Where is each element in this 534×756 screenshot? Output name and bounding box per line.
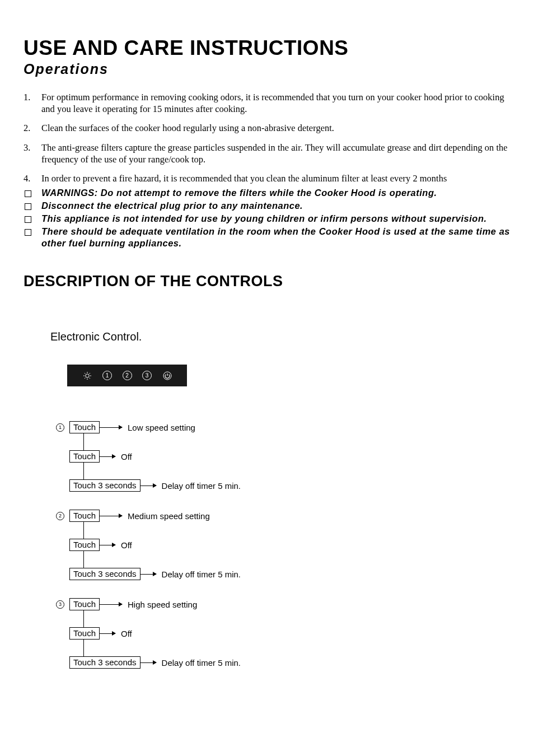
svg-line-8 xyxy=(89,373,90,374)
flow-group-1: 1 Touch Low speed setting Touch Off Touc… xyxy=(57,421,510,492)
control-flows: 1 Touch Low speed setting Touch Off Touc… xyxy=(57,421,510,669)
arrow-icon xyxy=(140,486,156,486)
list-number: 3. xyxy=(24,142,41,165)
warning-item: There should be adequate ventilation in … xyxy=(24,226,510,249)
warning-item: WARNINGS: Do not attempt to remove the f… xyxy=(24,187,510,200)
checkbox-icon xyxy=(24,226,41,249)
result-text: Medium speed setting xyxy=(128,511,210,521)
svg-line-7 xyxy=(85,377,85,378)
page-title: USE AND CARE INSTRUCTIONS xyxy=(24,36,510,60)
flow-number-icon: 2 xyxy=(56,512,64,520)
flow-number-icon: 1 xyxy=(56,423,64,432)
action-box: Touch xyxy=(69,627,100,640)
arrow-icon xyxy=(100,545,115,545)
result-text: Off xyxy=(121,629,132,638)
flow-row: Touch 3 seconds Delay off timer 5 min. xyxy=(57,568,510,580)
list-text: For optimum performance in removing cook… xyxy=(41,92,510,115)
flow-row: 1 Touch Low speed setting xyxy=(57,421,510,433)
connector-line xyxy=(83,463,96,479)
control-panel: 1 2 3 xyxy=(67,365,187,386)
connector-line xyxy=(83,522,96,539)
arrow-icon xyxy=(100,633,115,634)
action-box: Touch 3 seconds xyxy=(69,568,140,580)
list-number: 4. xyxy=(24,173,41,185)
list-number: 2. xyxy=(24,123,41,134)
result-text: Low speed setting xyxy=(128,423,195,432)
flow-row: Touch Off xyxy=(57,539,510,551)
speed-3-button: 3 xyxy=(142,371,152,380)
warning-item: This appliance is not intended for use b… xyxy=(24,213,510,226)
action-box: Touch 3 seconds xyxy=(69,479,140,492)
svg-line-5 xyxy=(85,373,85,374)
speed-2-button: 2 xyxy=(123,371,132,380)
flow-row: Touch 3 seconds Delay off timer 5 min. xyxy=(57,479,510,492)
list-number: 1. xyxy=(24,92,41,115)
action-box: Touch xyxy=(69,450,100,463)
result-text: Delay off timer 5 min. xyxy=(162,481,241,491)
flow-row: 3 Touch High speed setting xyxy=(57,598,510,610)
list-text: The anti-grease filters capture the grea… xyxy=(41,142,510,165)
flow-number-icon: 3 xyxy=(56,600,64,609)
power-icon xyxy=(162,371,172,381)
result-text: Off xyxy=(121,452,132,461)
result-text: Delay off timer 5 min. xyxy=(162,658,241,668)
checkbox-icon xyxy=(24,213,41,226)
action-box: Touch xyxy=(69,598,100,610)
connector-line xyxy=(83,551,96,568)
warning-item: Disconnect the electrical plug prior to … xyxy=(24,200,510,213)
arrow-icon xyxy=(100,516,122,516)
arrow-icon xyxy=(140,574,156,575)
result-text: Off xyxy=(121,540,132,550)
speed-1-button: 1 xyxy=(102,371,112,380)
result-text: High speed setting xyxy=(128,600,197,609)
connector-line xyxy=(83,433,96,450)
svg-point-0 xyxy=(85,374,88,377)
arrow-icon xyxy=(100,604,122,605)
warning-text: WARNINGS: Do not attempt to remove the f… xyxy=(41,187,437,200)
list-text: In order to prevent a fire hazard, it is… xyxy=(41,173,447,185)
checkbox-icon xyxy=(24,200,41,213)
flow-row: Touch 3 seconds Delay off timer 5 min. xyxy=(57,656,510,669)
action-box: Touch xyxy=(69,421,100,433)
page-subtitle: Operations xyxy=(24,61,510,77)
list-item: 3. The anti-grease filters capture the g… xyxy=(24,142,510,165)
warnings-list: WARNINGS: Do not attempt to remove the f… xyxy=(24,187,510,250)
action-box: Touch 3 seconds xyxy=(69,656,140,669)
list-text: Clean the surfaces of the cooker hood re… xyxy=(41,123,334,134)
action-box: Touch xyxy=(69,510,100,522)
warning-text: This appliance is not intended for use b… xyxy=(41,213,487,226)
connector-line xyxy=(83,610,96,627)
connector-line xyxy=(83,640,96,656)
result-text: Delay off timer 5 min. xyxy=(162,570,241,579)
light-icon xyxy=(82,371,92,381)
list-item: 2. Clean the surfaces of the cooker hood… xyxy=(24,123,510,134)
flow-row: Touch Off xyxy=(57,627,510,640)
list-item: 4. In order to prevent a fire hazard, it… xyxy=(24,173,510,185)
flow-row: Touch Off xyxy=(57,450,510,463)
flow-group-3: 3 Touch High speed setting Touch Off Tou… xyxy=(57,598,510,669)
checkbox-icon xyxy=(24,187,41,200)
warning-text: Disconnect the electrical plug prior to … xyxy=(41,200,303,213)
electronic-control-label: Electronic Control. xyxy=(50,330,510,343)
flow-row: 2 Touch Medium speed setting xyxy=(57,510,510,522)
warning-text: There should be adequate ventilation in … xyxy=(41,226,510,249)
flow-group-2: 2 Touch Medium speed setting Touch Off T… xyxy=(57,510,510,580)
section-heading: DESCRIPTION OF THE CONTROLS xyxy=(24,273,510,290)
arrow-icon xyxy=(100,456,115,457)
arrow-icon xyxy=(100,427,122,428)
action-box: Touch xyxy=(69,539,100,551)
svg-line-6 xyxy=(89,377,90,378)
operations-list: 1. For optimum performance in removing c… xyxy=(24,92,510,185)
list-item: 1. For optimum performance in removing c… xyxy=(24,92,510,115)
arrow-icon xyxy=(140,662,156,663)
